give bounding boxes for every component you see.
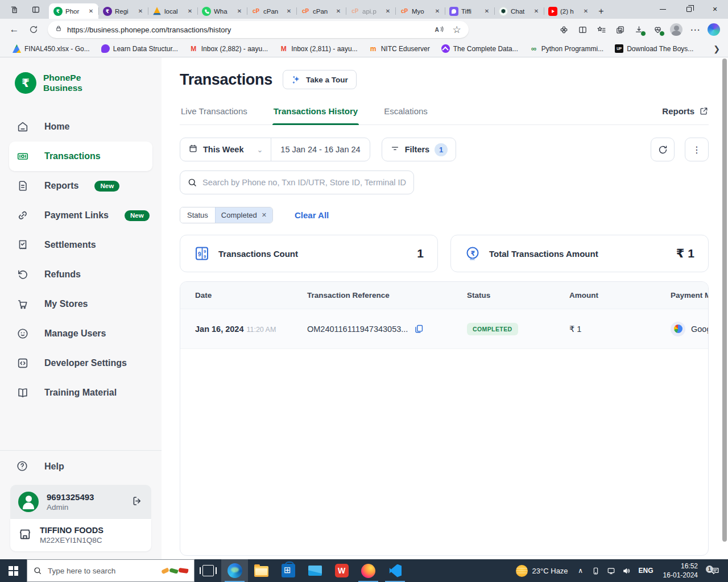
sidebar-item-training-material[interactable]: Training Material [0, 378, 162, 408]
bookmark-item[interactable]: Learn Data Structur... [97, 43, 183, 55]
favorite-star-icon[interactable]: ☆ [448, 21, 465, 38]
volume-icon[interactable] [620, 562, 634, 579]
browser-tab-api[interactable]: cP api.p ✕ [346, 3, 395, 19]
browser-tab-youtube[interactable]: (2) h ✕ [544, 3, 593, 19]
bookmarks-overflow-icon[interactable]: ❯ [713, 44, 720, 53]
close-button[interactable]: ✕ [702, 0, 728, 19]
date-range-value[interactable]: 15 Jan 24 - 16 Jan 24 [271, 138, 369, 161]
vertical-tabs-icon[interactable] [26, 2, 46, 17]
url-text[interactable]: https://business.phonepe.com/transaction… [67, 26, 430, 34]
sidebar-item-my-stores[interactable]: My Stores [0, 289, 162, 319]
tab-close-icon[interactable]: ✕ [136, 8, 144, 14]
copy-icon[interactable] [413, 323, 424, 334]
taskbar-search[interactable] [27, 559, 195, 582]
tab-live-transactions[interactable]: Live Transactions [180, 106, 249, 124]
restore-button[interactable] [676, 0, 702, 19]
take-a-tour-button[interactable]: Take a Tour [283, 70, 357, 89]
taskbar-clock[interactable]: 16:52 16-01-2024 [659, 562, 702, 580]
bookmark-item[interactable]: MInbox (2,882) - aayu... [185, 43, 272, 55]
chip-remove-icon[interactable]: ✕ [262, 211, 267, 219]
lock-icon[interactable] [55, 24, 63, 35]
clear-all-link[interactable]: Clear All [295, 210, 329, 220]
table-row[interactable]: Jan 16, 202411:20 AM OM24011611194734305… [180, 309, 708, 349]
browser-tab-localhost[interactable]: local ✕ [148, 3, 197, 19]
browser-essentials-icon[interactable] [649, 21, 666, 38]
sidebar-item-refunds[interactable]: Refunds [0, 260, 162, 289]
browser-tab-whatsapp[interactable]: Wha ✕ [197, 3, 247, 19]
tab-close-icon[interactable]: ✕ [285, 8, 293, 14]
browser-tab-register[interactable]: ₹ Regi ✕ [98, 3, 148, 19]
collections-icon[interactable] [611, 21, 628, 38]
tab-close-icon[interactable]: ✕ [186, 8, 194, 14]
copilot-icon[interactable] [705, 21, 722, 38]
language-indicator[interactable]: ENG [635, 567, 657, 575]
network-icon[interactable] [605, 562, 618, 579]
refresh-icon[interactable] [25, 21, 42, 38]
bookmark-item[interactable]: mNITC Eduserver [365, 43, 435, 55]
taskbar-mail[interactable] [301, 559, 328, 582]
tab-close-icon[interactable]: ✕ [483, 8, 491, 14]
address-bar[interactable]: https://business.phonepe.com/transaction… [48, 21, 469, 38]
task-view-button[interactable] [195, 559, 221, 582]
sidebar-item-reports[interactable]: Reports New [0, 171, 162, 201]
profile-avatar[interactable] [668, 21, 685, 38]
tab-close-icon[interactable]: ✕ [334, 8, 342, 14]
tab-escalations[interactable]: Escalations [383, 106, 429, 124]
merchant-card[interactable]: TIFFINO FOODS M22XEYI1N1Q8C [10, 519, 151, 551]
sidebar-item-settlements[interactable]: Settlements [0, 230, 162, 260]
tab-transactions-history[interactable]: Transactions History [272, 106, 359, 124]
split-screen-icon[interactable] [574, 21, 591, 38]
more-options-button[interactable]: ⋮ [685, 138, 709, 161]
settings-more-icon[interactable]: ⋯ [686, 21, 704, 38]
bookmark-item[interactable]: FINAL450.xlsx - Go... [8, 43, 94, 55]
browser-tab-myo[interactable]: cP Myo ✕ [395, 3, 445, 19]
browser-tab-cpanel-1[interactable]: cP cPan ✕ [247, 3, 296, 19]
sidebar-item-help[interactable]: Help [0, 451, 162, 483]
bookmark-item[interactable]: The Complete Data... [437, 43, 523, 55]
tab-close-icon[interactable]: ✕ [433, 8, 441, 14]
bookmark-item[interactable]: MInbox (2,811) - aayu... [275, 43, 362, 55]
favorites-list-icon[interactable] [593, 21, 610, 38]
tab-close-icon[interactable]: ✕ [87, 8, 95, 14]
taskbar-search-input[interactable] [48, 567, 156, 575]
browser-tab-tiffino[interactable]: Tiffi ✕ [445, 3, 494, 19]
read-aloud-icon[interactable]: A [430, 21, 447, 38]
extensions-icon[interactable] [555, 21, 572, 38]
search-input[interactable] [202, 178, 407, 187]
tab-close-icon[interactable]: ✕ [384, 8, 392, 14]
taskbar-file-explorer[interactable] [248, 559, 275, 582]
minimize-button[interactable] [650, 0, 676, 19]
browser-tab-cpanel-2[interactable]: cP cPan ✕ [296, 3, 346, 19]
chip-status-value[interactable]: Completed ✕ [215, 207, 272, 223]
refresh-table-button[interactable] [651, 138, 675, 161]
back-icon[interactable]: ← [6, 21, 23, 38]
reports-link[interactable]: Reports [662, 106, 709, 124]
tab-close-icon[interactable]: ✕ [532, 8, 540, 14]
workspaces-icon[interactable] [5, 2, 24, 17]
search-highlight-image[interactable] [162, 568, 188, 573]
sidebar-item-home[interactable]: Home [0, 112, 162, 142]
account-card[interactable]: 9691325493 Admin [10, 485, 151, 519]
your-phone-icon[interactable] [589, 562, 603, 579]
date-period-dropdown[interactable]: This Week ⌄ [180, 138, 271, 161]
downloads-icon[interactable] [630, 21, 647, 38]
tab-close-icon[interactable]: ✕ [582, 8, 590, 14]
sidebar-item-transactions[interactable]: Transactions [9, 142, 152, 171]
sidebar-item-developer-settings[interactable]: Developer Settings [0, 348, 162, 378]
taskbar-firefox[interactable] [355, 559, 382, 582]
sidebar-item-payment-links[interactable]: Payment Links New [0, 201, 162, 230]
tray-expand-icon[interactable]: ∧ [574, 562, 588, 579]
taskbar-vscode[interactable] [382, 559, 408, 582]
browser-tab-chatgpt[interactable]: Chat ✕ [494, 3, 544, 19]
start-button[interactable] [0, 559, 27, 582]
taskbar-edge[interactable] [221, 559, 248, 582]
tab-close-icon[interactable]: ✕ [235, 8, 243, 14]
bookmark-item[interactable]: ∞Python Programmi... [525, 43, 608, 55]
sidebar-item-manage-users[interactable]: Manage Users [0, 319, 162, 348]
taskbar-ms-store[interactable] [275, 559, 301, 582]
taskbar-weather[interactable]: 23°C Haze [510, 559, 574, 582]
new-tab-button[interactable]: + [593, 3, 609, 19]
logout-icon[interactable] [131, 495, 143, 509]
filters-button[interactable]: Filters 1 [382, 138, 457, 161]
browser-tab-phonepe[interactable]: ₹ Phor ✕ [49, 3, 98, 19]
